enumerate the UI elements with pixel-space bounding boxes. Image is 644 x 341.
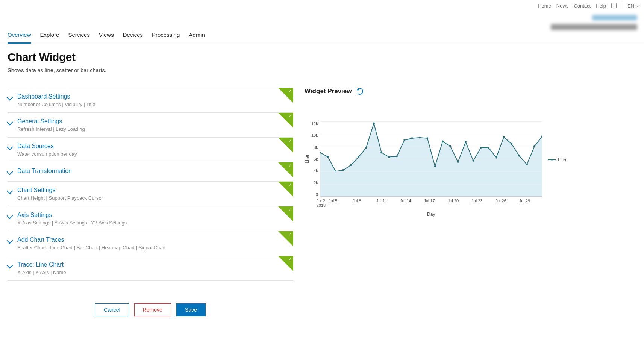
x-tick: Jul 17 — [424, 199, 446, 203]
accordion-item[interactable]: Axis Settings X-Axis Settings | Y-Axis S… — [8, 206, 293, 231]
chevron-down-icon — [7, 169, 13, 175]
accordion-item[interactable]: Chart Settings Chart Height | Support Pl… — [8, 181, 293, 206]
nav-admin[interactable]: Admin — [189, 28, 205, 44]
x-tick: Jul 5 — [329, 199, 351, 203]
legend-swatch — [548, 159, 556, 160]
chevron-down-icon — [7, 188, 13, 194]
utility-nav: Home News Contact Help EN — [0, 0, 644, 11]
refresh-icon[interactable] — [356, 88, 363, 95]
svg-point-8 — [380, 152, 382, 153]
svg-point-15 — [434, 165, 436, 167]
check-icon — [278, 256, 293, 271]
page-title: Chart Widget — [8, 51, 636, 64]
svg-point-14 — [426, 137, 428, 139]
nav-overview[interactable]: Overview — [8, 28, 31, 44]
check-icon — [278, 113, 293, 128]
language-label: EN — [627, 3, 634, 9]
widget-preview: Widget Preview Liter 12k10k8k6k4k2k0 Jul… — [305, 88, 636, 197]
chevron-down-icon — [636, 3, 640, 7]
svg-point-4 — [350, 164, 352, 166]
svg-point-23 — [495, 157, 497, 159]
accordion-title: General Settings — [17, 118, 85, 125]
svg-point-1 — [327, 156, 329, 158]
main-nav: Overview Explore Services Views Devices … — [0, 28, 644, 44]
accordion-subtitle: Water consumption per day — [17, 151, 77, 157]
accordion-title: Data Transformation — [17, 168, 72, 174]
svg-point-6 — [365, 147, 367, 149]
x-tick: Jul 11 — [376, 199, 399, 203]
svg-point-26 — [518, 155, 520, 157]
nav-views[interactable]: Views — [99, 28, 114, 44]
chevron-down-icon — [7, 213, 13, 219]
x-tick: Jul 23 — [471, 199, 494, 203]
nav-services[interactable]: Services — [68, 28, 90, 44]
svg-point-12 — [411, 137, 413, 139]
language-selector[interactable]: EN — [627, 3, 639, 9]
y-axis-ticks: 12k10k8k6k4k2k0 — [311, 121, 320, 197]
accordion-title: Dashboard Settings — [17, 93, 95, 100]
chevron-down-icon — [7, 119, 13, 126]
fullscreen-icon[interactable] — [611, 3, 617, 8]
x-tick: Jul 20 — [448, 199, 470, 203]
accordion-item[interactable]: General Settings Refresh Interval | Lazy… — [8, 112, 293, 137]
svg-point-10 — [396, 155, 398, 157]
accordion-title: Add Chart Traces — [17, 236, 165, 243]
y-axis-label: Liter — [305, 155, 310, 163]
blurred-text — [551, 24, 637, 30]
legend-label: Liter — [558, 157, 567, 162]
nav-processing[interactable]: Processing — [152, 28, 180, 44]
page-header: Chart Widget Shows data as line, scatter… — [0, 44, 644, 76]
blurred-text — [592, 15, 637, 20]
x-tick: Jul 29 — [519, 199, 542, 203]
chevron-down-icon — [7, 238, 13, 244]
x-tick: Jul 14 — [400, 199, 423, 203]
accordion-subtitle: Number of Columns | Visibility | Title — [17, 102, 95, 107]
svg-point-9 — [388, 156, 390, 158]
action-bar: Cancel Remove Save — [8, 303, 293, 316]
preview-title: Widget Preview — [305, 88, 352, 95]
accordion-subtitle: Chart Height | Support Playback Cursor — [17, 195, 103, 201]
topnav-news[interactable]: News — [556, 3, 569, 9]
accordion-title: Chart Settings — [17, 187, 103, 194]
svg-point-24 — [503, 136, 505, 138]
svg-point-7 — [373, 122, 375, 124]
check-icon — [278, 88, 293, 103]
svg-point-3 — [342, 169, 344, 171]
svg-point-22 — [488, 147, 489, 149]
save-button[interactable]: Save — [176, 303, 206, 316]
plot-area: Jul 22018Jul 5Jul 8Jul 11Jul 14Jul 17Jul… — [320, 121, 542, 197]
check-icon — [278, 182, 293, 197]
check-icon — [278, 138, 293, 153]
svg-point-18 — [457, 161, 459, 163]
nav-devices[interactable]: Devices — [123, 28, 143, 44]
accordion-item[interactable]: Add Chart Traces Scatter Chart | Line Ch… — [8, 231, 293, 256]
accordion-item[interactable]: Data Sources Water consumption per day — [8, 137, 293, 162]
chart-legend: Liter — [548, 123, 567, 197]
svg-point-5 — [358, 156, 359, 158]
cancel-button[interactable]: Cancel — [95, 303, 129, 316]
nav-explore[interactable]: Explore — [40, 28, 59, 44]
accordion-title: Data Sources — [17, 143, 77, 150]
accordion-subtitle: Scatter Chart | Line Chart | Bar Chart |… — [17, 245, 165, 250]
page-description: Shows data as line, scatter or bar chart… — [8, 67, 636, 73]
svg-point-25 — [511, 143, 512, 145]
x-tick: Jul 8 — [352, 199, 375, 203]
settings-accordion: Dashboard Settings Number of Columns | V… — [8, 88, 293, 281]
topnav-home[interactable]: Home — [538, 3, 551, 9]
topnav-contact[interactable]: Contact — [574, 3, 591, 9]
accordion-title: Axis Settings — [17, 212, 127, 218]
chevron-down-icon — [7, 94, 13, 101]
accordion-item[interactable]: Trace: Line Chart X-Axis | Y-Axis | Name — [8, 256, 293, 281]
divider — [622, 2, 622, 9]
accordion-item[interactable]: Dashboard Settings Number of Columns | V… — [8, 88, 293, 112]
topnav-help[interactable]: Help — [596, 3, 606, 9]
accordion-subtitle: Refresh Interval | Lazy Loading — [17, 126, 85, 132]
svg-point-13 — [419, 137, 421, 139]
accordion-item[interactable]: Data Transformation — [8, 162, 293, 181]
check-icon — [278, 231, 293, 246]
remove-button[interactable]: Remove — [134, 303, 171, 316]
check-icon — [278, 162, 293, 177]
svg-point-11 — [403, 139, 405, 141]
chevron-down-icon — [7, 144, 13, 150]
svg-point-20 — [472, 160, 474, 162]
